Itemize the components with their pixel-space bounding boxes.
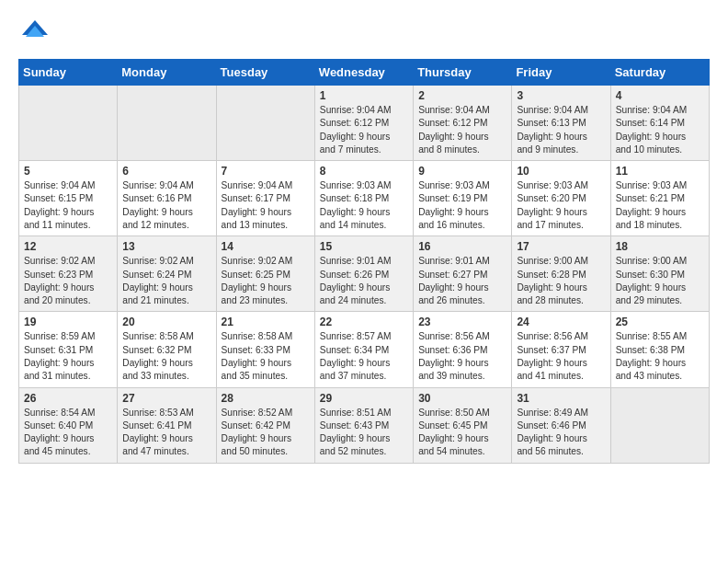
- day-number: 16: [418, 240, 506, 253]
- calendar-week-2: 5Sunrise: 9:04 AM Sunset: 6:15 PM Daylig…: [19, 161, 710, 236]
- day-info: Sunrise: 8:53 AM Sunset: 6:41 PM Dayligh…: [122, 407, 210, 459]
- day-info: Sunrise: 8:56 AM Sunset: 6:36 PM Dayligh…: [418, 330, 506, 383]
- calendar-cell: 17Sunrise: 9:00 AM Sunset: 6:28 PM Dayli…: [512, 236, 610, 312]
- calendar-cell: 26Sunrise: 8:54 AM Sunset: 6:40 PM Dayli…: [19, 387, 118, 463]
- calendar-cell: 3Sunrise: 9:04 AM Sunset: 6:13 PM Daylig…: [512, 86, 610, 161]
- day-number: 23: [418, 316, 506, 328]
- day-info: Sunrise: 9:04 AM Sunset: 6:15 PM Dayligh…: [24, 179, 112, 232]
- day-info: Sunrise: 9:04 AM Sunset: 6:12 PM Dayligh…: [418, 104, 506, 156]
- weekday-header-tuesday: Tuesday: [216, 60, 314, 86]
- day-number: 30: [418, 392, 506, 405]
- day-info: Sunrise: 9:04 AM Sunset: 6:17 PM Dayligh…: [222, 179, 310, 232]
- calendar-cell: 21Sunrise: 8:58 AM Sunset: 6:33 PM Dayli…: [216, 312, 314, 387]
- day-number: 27: [122, 392, 210, 405]
- weekday-header-monday: Monday: [118, 60, 216, 86]
- calendar-cell: 11Sunrise: 9:03 AM Sunset: 6:21 PM Dayli…: [610, 161, 709, 236]
- day-info: Sunrise: 9:04 AM Sunset: 6:12 PM Dayligh…: [320, 104, 408, 156]
- day-info: Sunrise: 8:58 AM Sunset: 6:32 PM Dayligh…: [122, 330, 210, 383]
- day-number: 11: [616, 165, 704, 178]
- weekday-header-sunday: Sunday: [19, 60, 118, 86]
- day-number: 6: [122, 165, 210, 178]
- calendar-cell: [610, 387, 709, 463]
- day-info: Sunrise: 9:03 AM Sunset: 6:21 PM Dayligh…: [616, 179, 704, 232]
- day-number: 14: [222, 240, 310, 253]
- day-number: 10: [517, 165, 605, 178]
- day-number: 21: [222, 316, 310, 328]
- weekday-header-wednesday: Wednesday: [314, 60, 413, 86]
- calendar-cell: 14Sunrise: 9:02 AM Sunset: 6:25 PM Dayli…: [216, 236, 314, 312]
- logo-icon: [18, 17, 51, 50]
- calendar-cell: 2Sunrise: 9:04 AM Sunset: 6:12 PM Daylig…: [414, 86, 512, 161]
- day-number: 18: [616, 240, 704, 253]
- day-number: 9: [418, 165, 506, 178]
- day-number: 5: [24, 165, 112, 178]
- day-number: 4: [616, 89, 704, 102]
- day-number: 15: [320, 240, 408, 253]
- calendar-week-1: 1Sunrise: 9:04 AM Sunset: 6:12 PM Daylig…: [19, 86, 710, 161]
- day-info: Sunrise: 8:58 AM Sunset: 6:33 PM Dayligh…: [222, 330, 310, 383]
- page: SundayMondayTuesdayWednesdayThursdayFrid…: [0, 0, 728, 480]
- calendar-cell: 12Sunrise: 9:02 AM Sunset: 6:23 PM Dayli…: [19, 236, 118, 312]
- calendar-cell: 24Sunrise: 8:56 AM Sunset: 6:37 PM Dayli…: [512, 312, 610, 387]
- calendar-cell: 18Sunrise: 9:00 AM Sunset: 6:30 PM Dayli…: [610, 236, 709, 312]
- day-number: 12: [24, 240, 112, 253]
- calendar-cell: 20Sunrise: 8:58 AM Sunset: 6:32 PM Dayli…: [118, 312, 216, 387]
- day-info: Sunrise: 8:50 AM Sunset: 6:45 PM Dayligh…: [418, 407, 506, 459]
- day-number: 29: [320, 392, 408, 405]
- day-info: Sunrise: 9:03 AM Sunset: 6:20 PM Dayligh…: [517, 179, 605, 232]
- day-info: Sunrise: 9:02 AM Sunset: 6:24 PM Dayligh…: [122, 255, 210, 307]
- day-number: 25: [616, 316, 704, 328]
- calendar-cell: [19, 86, 118, 161]
- day-info: Sunrise: 9:04 AM Sunset: 6:16 PM Dayligh…: [122, 179, 210, 232]
- calendar-week-5: 26Sunrise: 8:54 AM Sunset: 6:40 PM Dayli…: [19, 387, 710, 463]
- weekday-header-thursday: Thursday: [414, 60, 512, 86]
- calendar-cell: 5Sunrise: 9:04 AM Sunset: 6:15 PM Daylig…: [19, 161, 118, 236]
- day-info: Sunrise: 9:02 AM Sunset: 6:23 PM Dayligh…: [24, 255, 112, 307]
- day-number: 1: [320, 89, 408, 102]
- calendar-cell: 8Sunrise: 9:03 AM Sunset: 6:18 PM Daylig…: [314, 161, 413, 236]
- weekday-header-saturday: Saturday: [610, 60, 709, 86]
- day-info: Sunrise: 9:02 AM Sunset: 6:25 PM Dayligh…: [222, 255, 310, 307]
- calendar-cell: 13Sunrise: 9:02 AM Sunset: 6:24 PM Dayli…: [118, 236, 216, 312]
- logo: [18, 17, 53, 50]
- calendar-cell: [216, 86, 314, 161]
- day-info: Sunrise: 8:51 AM Sunset: 6:43 PM Dayligh…: [320, 407, 408, 459]
- day-number: 24: [517, 316, 605, 328]
- day-info: Sunrise: 8:57 AM Sunset: 6:34 PM Dayligh…: [320, 330, 408, 383]
- day-number: 19: [24, 316, 112, 328]
- day-info: Sunrise: 9:03 AM Sunset: 6:19 PM Dayligh…: [418, 179, 506, 232]
- day-number: 3: [517, 89, 605, 102]
- day-info: Sunrise: 8:49 AM Sunset: 6:46 PM Dayligh…: [517, 407, 605, 459]
- calendar-cell: 22Sunrise: 8:57 AM Sunset: 6:34 PM Dayli…: [314, 312, 413, 387]
- day-number: 2: [418, 89, 506, 102]
- calendar: SundayMondayTuesdayWednesdayThursdayFrid…: [18, 59, 710, 464]
- day-number: 26: [24, 392, 112, 405]
- day-info: Sunrise: 8:59 AM Sunset: 6:31 PM Dayligh…: [24, 330, 112, 383]
- day-number: 8: [320, 165, 408, 178]
- day-number: 7: [222, 165, 310, 178]
- calendar-cell: 7Sunrise: 9:04 AM Sunset: 6:17 PM Daylig…: [216, 161, 314, 236]
- day-info: Sunrise: 9:00 AM Sunset: 6:28 PM Dayligh…: [517, 255, 605, 307]
- calendar-cell: 16Sunrise: 9:01 AM Sunset: 6:27 PM Dayli…: [414, 236, 512, 312]
- header: [18, 17, 710, 50]
- calendar-cell: 19Sunrise: 8:59 AM Sunset: 6:31 PM Dayli…: [19, 312, 118, 387]
- day-info: Sunrise: 9:03 AM Sunset: 6:18 PM Dayligh…: [320, 179, 408, 232]
- calendar-cell: 23Sunrise: 8:56 AM Sunset: 6:36 PM Dayli…: [414, 312, 512, 387]
- day-info: Sunrise: 9:01 AM Sunset: 6:26 PM Dayligh…: [320, 255, 408, 307]
- day-number: 28: [222, 392, 310, 405]
- day-info: Sunrise: 9:00 AM Sunset: 6:30 PM Dayligh…: [616, 255, 704, 307]
- calendar-cell: 15Sunrise: 9:01 AM Sunset: 6:26 PM Dayli…: [314, 236, 413, 312]
- day-number: 22: [320, 316, 408, 328]
- day-info: Sunrise: 9:01 AM Sunset: 6:27 PM Dayligh…: [418, 255, 506, 307]
- day-number: 17: [517, 240, 605, 253]
- day-info: Sunrise: 8:56 AM Sunset: 6:37 PM Dayligh…: [517, 330, 605, 383]
- calendar-cell: 28Sunrise: 8:52 AM Sunset: 6:42 PM Dayli…: [216, 387, 314, 463]
- day-number: 20: [122, 316, 210, 328]
- day-number: 13: [122, 240, 210, 253]
- calendar-cell: 4Sunrise: 9:04 AM Sunset: 6:14 PM Daylig…: [610, 86, 709, 161]
- weekday-header-row: SundayMondayTuesdayWednesdayThursdayFrid…: [19, 60, 710, 86]
- calendar-week-4: 19Sunrise: 8:59 AM Sunset: 6:31 PM Dayli…: [19, 312, 710, 387]
- calendar-cell: 30Sunrise: 8:50 AM Sunset: 6:45 PM Dayli…: [414, 387, 512, 463]
- day-info: Sunrise: 8:55 AM Sunset: 6:38 PM Dayligh…: [616, 330, 704, 383]
- calendar-cell: 10Sunrise: 9:03 AM Sunset: 6:20 PM Dayli…: [512, 161, 610, 236]
